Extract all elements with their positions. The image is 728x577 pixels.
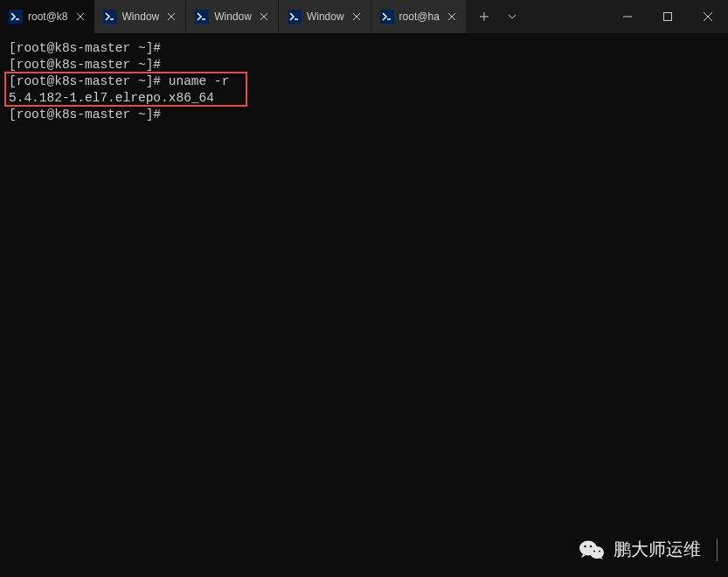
window-controls <box>607 0 728 33</box>
new-tab-button[interactable] <box>470 3 498 31</box>
powershell-icon <box>288 10 302 24</box>
terminal-line: [root@k8s-master ~]# <box>9 57 719 73</box>
tab-4[interactable]: Window <box>279 0 371 33</box>
tab-label: Window <box>214 10 252 23</box>
tab-3[interactable]: Window <box>186 0 279 33</box>
svg-rect-23 <box>664 13 672 21</box>
powershell-icon <box>195 10 209 24</box>
wechat-icon <box>579 539 605 561</box>
tab-actions <box>467 0 530 33</box>
svg-point-29 <box>590 545 593 547</box>
close-icon[interactable] <box>350 10 364 24</box>
close-icon[interactable] <box>164 10 178 24</box>
watermark-text: 鹏大师运维 <box>614 538 701 561</box>
close-icon[interactable] <box>73 10 87 24</box>
tab-label: Window <box>122 10 160 23</box>
tabs-container: root@k8 Window Window <box>0 0 607 33</box>
tab-label: root@ha <box>399 10 440 23</box>
terminal-line: [root@k8s-master ~]# <box>9 107 719 123</box>
terminal-line: [root@k8s-master ~]# <box>9 40 719 57</box>
close-icon[interactable] <box>445 10 459 24</box>
svg-point-27 <box>590 546 604 559</box>
powershell-icon <box>380 10 394 24</box>
svg-point-30 <box>593 550 595 552</box>
watermark: 鹏大师运维 <box>579 538 718 561</box>
close-window-button[interactable] <box>688 0 728 33</box>
terminal-line: [root@k8s-master ~]# uname -r <box>9 73 719 90</box>
powershell-icon <box>103 10 117 24</box>
tab-1[interactable]: root@k8 <box>0 0 94 33</box>
svg-point-28 <box>584 545 586 547</box>
close-icon[interactable] <box>257 10 271 24</box>
terminal-output[interactable]: [root@k8s-master ~]# [root@k8s-master ~]… <box>0 33 728 130</box>
powershell-icon <box>9 10 23 24</box>
tab-label: Window <box>307 10 344 23</box>
tab-2[interactable]: Window <box>94 0 187 33</box>
titlebar: root@k8 Window Window <box>0 0 728 33</box>
terminal-line: 5.4.182-1.el7.elrepo.x86_64 <box>9 90 719 107</box>
svg-point-31 <box>599 550 600 552</box>
watermark-divider <box>717 539 718 561</box>
tab-label: root@k8 <box>28 10 68 23</box>
tab-dropdown-button[interactable] <box>498 3 526 31</box>
minimize-button[interactable] <box>607 0 648 33</box>
tab-5[interactable]: root@ha <box>371 0 467 33</box>
maximize-button[interactable] <box>648 0 688 33</box>
